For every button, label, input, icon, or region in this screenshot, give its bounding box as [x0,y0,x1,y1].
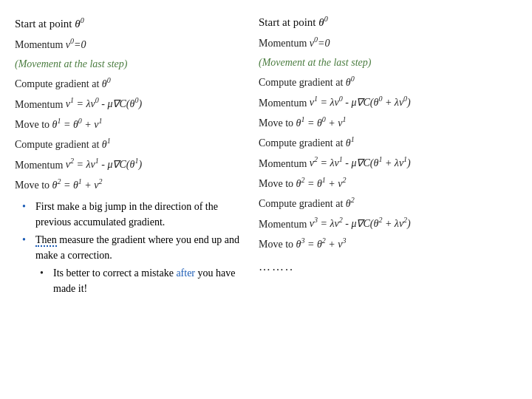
right-line5: Momentum v1 = λv0 - μ∇C(θ0 + λv0) [259,94,525,111]
left-line5: Momentum v1 = λv0 - μ∇C(θ0) [15,95,240,112]
bullet-item-3: • Its better to correct a mistake after … [40,265,240,296]
right-line11: Momentum v3 = λv2 - μ∇C(θ2 + λv2) [259,215,525,232]
left-line1: Start at point θ0 [15,15,240,33]
bullet-text-1: First make a big jump in the direction o… [35,199,240,230]
right-line6: Move to θ1 = θ0 + v1 [259,114,525,131]
bullet-section: • First make a big jump in the direction… [15,199,240,299]
sub-bullet-section: • Its better to correct a mistake after … [22,265,240,296]
right-panel: Start at point θ0 Momentum v0=0 (Movemen… [251,7,532,392]
bullet-item-2: • Then measure the gradient where you en… [22,232,240,263]
right-line10: Compute gradient at θ2 [259,194,525,211]
left-line4: Compute gradient at θ0 [15,75,240,92]
right-line2: Momentum v0=0 [259,34,525,51]
bullet-dot-3: • [40,265,50,281]
left-line7: Compute gradient at θ1 [15,135,240,152]
then-underline: Then [35,234,57,247]
right-ellipsis: …….. [259,258,525,276]
right-line3: (Movement at the last step) [259,55,525,71]
bullet-dot-2: • [22,232,33,248]
after-text: after [176,267,195,279]
left-line8: Momentum v2 = λv1 - μ∇C(θ1) [15,156,240,173]
bullet-text-2: Then measure the gradient where you end … [35,232,240,263]
right-line8: Momentum v2 = λv1 - μ∇C(θ1 + λv1) [259,154,525,171]
left-line2: Momentum v0=0 [15,35,240,52]
right-line1: Start at point θ0 [259,13,525,31]
left-line6: Move to θ1 = θ0 + v1 [15,115,240,132]
right-line4: Compute gradient at θ0 [259,73,525,90]
left-panel: Start at point θ0 Momentum v0=0 (Movemen… [0,7,251,392]
bullet-item-1: • First make a big jump in the direction… [22,199,240,230]
bullet-dot-1: • [22,199,33,214]
bullet-text-3: Its better to correct a mistake after yo… [53,265,240,296]
right-line7: Compute gradient at θ1 [259,134,525,151]
right-line9: Move to θ2 = θ1 + v2 [259,174,525,191]
left-line3: (Movement at the last step) [15,56,240,72]
right-line12: Move to θ3 = θ2 + v3 [259,235,525,252]
left-line9: Move to θ2 = θ1 + v2 [15,176,240,193]
